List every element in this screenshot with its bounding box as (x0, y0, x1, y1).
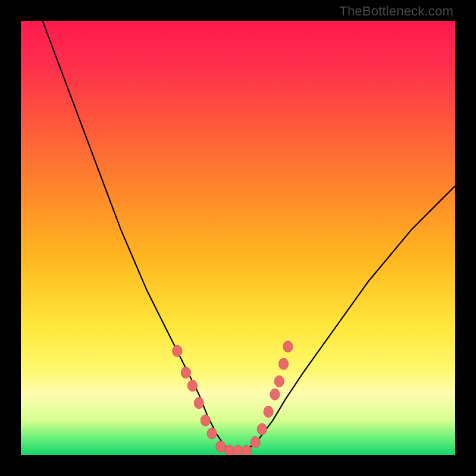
marker-dot (257, 424, 267, 435)
plot-area (21, 21, 455, 455)
bottleneck-curve (43, 21, 456, 451)
marker-dot (194, 397, 203, 409)
marker-dot (207, 428, 217, 439)
marker-dot (187, 380, 197, 392)
marker-dot (242, 445, 252, 455)
marker-dot (181, 367, 190, 378)
attribution-label: TheBottleneck.com (339, 4, 453, 19)
marker-dot (274, 375, 284, 387)
marker-dot (216, 441, 226, 452)
marker-dot (250, 437, 260, 448)
marker-dot (224, 445, 234, 455)
marker-dot (283, 341, 293, 352)
chart-frame: TheBottleneck.com (0, 0, 476, 476)
marker-dot (270, 389, 280, 400)
marker-dot (279, 358, 289, 369)
marker-dot (173, 345, 182, 356)
marker-dots (173, 341, 293, 455)
marker-dot (233, 445, 243, 455)
marker-dot (201, 415, 210, 426)
chart-svg (21, 21, 455, 455)
marker-dot (264, 406, 273, 418)
